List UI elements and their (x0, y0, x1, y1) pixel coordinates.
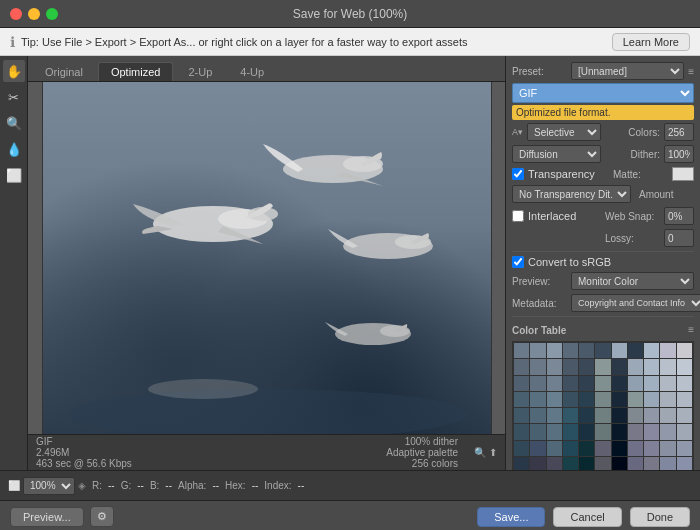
color-swatch[interactable] (628, 343, 643, 358)
color-swatch[interactable] (579, 392, 594, 407)
color-swatch[interactable] (547, 343, 562, 358)
color-swatch[interactable] (514, 424, 529, 439)
format-select[interactable]: GIF (512, 83, 694, 103)
color-swatch[interactable] (595, 343, 610, 358)
color-swatch[interactable] (644, 376, 659, 391)
color-swatch[interactable] (660, 457, 675, 470)
color-swatch[interactable] (514, 343, 529, 358)
color-swatch[interactable] (563, 457, 578, 470)
colors-input[interactable]: 256 (664, 123, 694, 141)
color-swatch[interactable] (612, 359, 627, 374)
convert-srgb-checkbox[interactable] (512, 256, 524, 268)
color-swatch[interactable] (547, 441, 562, 456)
color-swatch[interactable] (677, 408, 692, 423)
color-swatch[interactable] (514, 457, 529, 470)
color-swatch[interactable] (595, 408, 610, 423)
color-swatch[interactable] (563, 376, 578, 391)
color-swatch[interactable] (644, 441, 659, 456)
transparency-checkbox[interactable] (512, 168, 524, 180)
interlaced-checkbox[interactable] (512, 210, 524, 222)
color-swatch[interactable] (628, 392, 643, 407)
preview-button[interactable]: Preview... (10, 507, 84, 527)
dither-input[interactable] (664, 145, 694, 163)
slice-tool[interactable]: ✂ (3, 86, 25, 108)
zoom-tool[interactable]: 🔍 (3, 112, 25, 134)
color-swatch[interactable] (677, 359, 692, 374)
color-swatch[interactable] (514, 359, 529, 374)
color-swatch[interactable] (547, 359, 562, 374)
color-swatch[interactable] (530, 359, 545, 374)
color-table-menu-icon[interactable]: ≡ (688, 324, 694, 335)
learn-more-button[interactable]: Learn More (612, 33, 690, 51)
no-transp-select[interactable]: No Transparency Dit... (512, 185, 631, 203)
settings-button[interactable]: ⚙ (90, 506, 114, 527)
save-button[interactable]: Save... (477, 507, 545, 527)
color-swatch[interactable] (660, 376, 675, 391)
color-swatch[interactable] (514, 392, 529, 407)
tab-optimized[interactable]: Optimized (98, 62, 174, 81)
color-swatch[interactable] (595, 376, 610, 391)
color-swatch[interactable] (660, 408, 675, 423)
color-swatch[interactable] (677, 424, 692, 439)
color-swatch[interactable] (579, 359, 594, 374)
color-swatch[interactable] (563, 424, 578, 439)
color-swatch[interactable] (563, 441, 578, 456)
color-swatch[interactable] (514, 441, 529, 456)
color-swatch[interactable] (563, 343, 578, 358)
color-swatch[interactable] (563, 408, 578, 423)
color-swatch[interactable] (530, 376, 545, 391)
toggle-view[interactable]: ⬜ (3, 164, 25, 186)
zoom-select[interactable]: 100% (23, 477, 75, 495)
color-swatch[interactable] (595, 392, 610, 407)
color-swatch[interactable] (644, 343, 659, 358)
algorithm-select[interactable]: Selective (527, 123, 601, 141)
color-swatch[interactable] (612, 376, 627, 391)
color-swatch[interactable] (514, 376, 529, 391)
color-swatch[interactable] (563, 359, 578, 374)
metadata-select[interactable]: Copyright and Contact Info (571, 294, 700, 312)
color-swatch[interactable] (612, 408, 627, 423)
color-swatch[interactable] (547, 424, 562, 439)
color-swatch[interactable] (612, 343, 627, 358)
color-swatch[interactable] (628, 441, 643, 456)
color-swatch[interactable] (660, 392, 675, 407)
color-swatch[interactable] (530, 441, 545, 456)
color-swatch[interactable] (563, 392, 578, 407)
web-snap-input[interactable] (664, 207, 694, 225)
color-swatch[interactable] (579, 441, 594, 456)
color-swatch[interactable] (530, 343, 545, 358)
color-swatch[interactable] (579, 408, 594, 423)
color-swatch[interactable] (547, 457, 562, 470)
color-swatch[interactable] (628, 457, 643, 470)
color-swatch[interactable] (530, 392, 545, 407)
color-swatch[interactable] (514, 408, 529, 423)
color-swatch[interactable] (530, 424, 545, 439)
color-swatch[interactable] (612, 441, 627, 456)
color-swatch[interactable] (612, 424, 627, 439)
color-swatch[interactable] (677, 376, 692, 391)
color-swatch[interactable] (579, 424, 594, 439)
color-swatch[interactable] (547, 392, 562, 407)
tab-original[interactable]: Original (32, 62, 96, 81)
cancel-button[interactable]: Cancel (553, 507, 621, 527)
color-swatch[interactable] (677, 457, 692, 470)
color-swatch[interactable] (628, 376, 643, 391)
hand-tool[interactable]: ✋ (3, 60, 25, 82)
color-swatch[interactable] (530, 457, 545, 470)
color-swatch[interactable] (644, 359, 659, 374)
color-swatch[interactable] (677, 392, 692, 407)
color-swatch[interactable] (612, 392, 627, 407)
color-swatch[interactable] (595, 457, 610, 470)
matte-swatch[interactable] (672, 167, 694, 181)
eyedropper-tool[interactable]: 💧 (3, 138, 25, 160)
color-swatch[interactable] (644, 424, 659, 439)
color-swatch[interactable] (579, 457, 594, 470)
color-swatch[interactable] (660, 343, 675, 358)
dither-select[interactable]: Diffusion (512, 145, 601, 163)
color-swatch[interactable] (677, 343, 692, 358)
tab-4up[interactable]: 4-Up (227, 62, 277, 81)
preset-menu-icon[interactable]: ≡ (688, 66, 694, 77)
color-swatch[interactable] (547, 376, 562, 391)
lossy-input[interactable] (664, 229, 694, 247)
maximize-button[interactable] (46, 8, 58, 20)
